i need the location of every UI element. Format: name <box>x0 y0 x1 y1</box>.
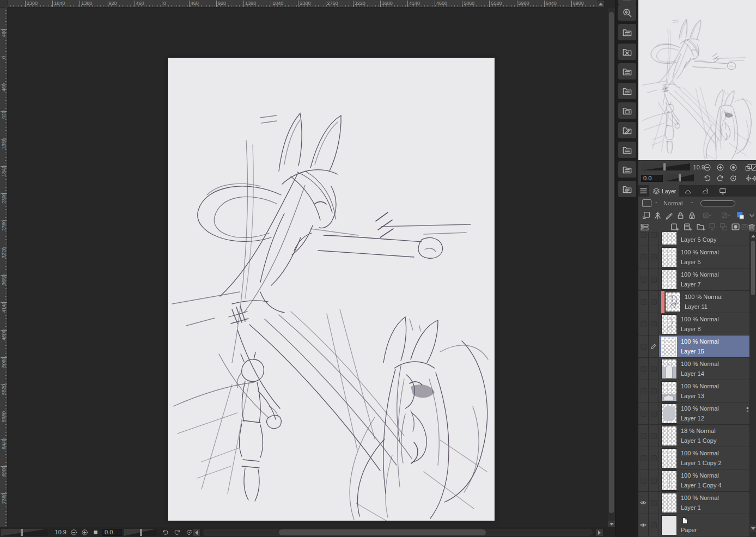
zoom-out-button[interactable] <box>702 163 712 172</box>
layer-edit-cell[interactable] <box>649 380 659 402</box>
layer-thumbnail[interactable] <box>661 359 677 379</box>
canvas-scroll-left-button[interactable] <box>193 529 200 536</box>
lock-pen[interactable] <box>664 211 674 220</box>
visibility-toggle-box[interactable] <box>641 478 647 484</box>
layer-row-body[interactable]: 100 % NormalLayer 12 <box>659 402 756 424</box>
layer-row-body[interactable]: 100 % NormalLayer 5 <box>659 246 756 268</box>
transfer-to-lower-layer[interactable] <box>708 222 717 231</box>
layer-row-body[interactable]: 100 % NormalLayer 15 <box>659 335 756 357</box>
material-palette-image[interactable] <box>618 102 636 119</box>
edit-toggle-box[interactable] <box>651 455 657 461</box>
layer-row-body[interactable]: 18 % NormalLayer 1 Copy <box>659 425 756 447</box>
layer-row[interactable]: 100 % NormalLayer 14 <box>638 358 756 380</box>
status-zoom-out-button[interactable] <box>69 528 78 536</box>
layer-color-chip[interactable] <box>736 211 745 220</box>
lock-layer[interactable] <box>676 211 685 220</box>
layer-row-body[interactable]: Paper <box>659 514 756 536</box>
layer-edit-cell[interactable] <box>649 447 659 469</box>
zoom-slider-thumb[interactable] <box>663 163 666 170</box>
layer-thumbnail[interactable] <box>661 448 677 468</box>
visibility-toggle-box[interactable] <box>641 277 647 283</box>
layer-edit-cell[interactable] <box>649 246 659 268</box>
layer-row-body[interactable]: 100 % NormalLayer 1 <box>659 492 756 514</box>
visibility-toggle-box[interactable] <box>641 344 647 350</box>
blend-mode-dropdown[interactable]: Normal <box>663 198 699 208</box>
flip-vertical-button[interactable] <box>749 174 756 183</box>
actual-size-button[interactable] <box>728 163 739 172</box>
tab-layer-property[interactable] <box>681 185 695 197</box>
status-rotate-left-button[interactable] <box>160 528 170 536</box>
layer-list-scrollbar[interactable] <box>749 232 756 537</box>
layer-thumbnail[interactable] <box>661 270 677 290</box>
material-palette-3[interactable] <box>618 83 636 99</box>
layer-row[interactable]: 100 % NormalLayer 12 <box>638 402 756 425</box>
canvas-vertical-scrollbar-thumb[interactable] <box>609 12 614 513</box>
canvas-scroll-up-button[interactable] <box>597 1 604 7</box>
layer-row[interactable]: 100 % NormalLayer 15 <box>638 335 756 358</box>
layer-thumbnail[interactable] <box>661 381 677 401</box>
rotation-slider-thumb[interactable] <box>140 529 142 536</box>
canvas-scroll-right-button[interactable] <box>596 529 603 536</box>
material-palette-5[interactable] <box>618 161 636 178</box>
zoom-palette-button[interactable] <box>618 4 636 21</box>
opacity-slider[interactable] <box>700 200 735 206</box>
canvas-viewport[interactable] <box>8 8 608 526</box>
layer-row[interactable]: 100 % NormalLayer 1 <box>638 492 756 514</box>
visibility-toggle-box[interactable] <box>641 433 647 439</box>
material-palette-edit[interactable] <box>618 122 636 138</box>
ruler-dropdown-2[interactable] <box>717 211 734 220</box>
layer-edit-cell[interactable] <box>649 268 659 290</box>
edit-toggle-box[interactable] <box>651 321 657 327</box>
layer-row[interactable]: 100 % NormalLayer 13 <box>638 380 756 402</box>
canvas-horizontal-scrollbar[interactable] <box>203 529 593 536</box>
edit-toggle-box[interactable] <box>651 388 657 394</box>
layer-row[interactable]: Paper <box>638 514 756 536</box>
create-layer-mask[interactable] <box>731 222 740 231</box>
visibility-toggle-box[interactable] <box>641 232 647 238</box>
palette-dock-partial[interactable] <box>618 0 636 4</box>
layer-thumbnail[interactable] <box>661 232 677 245</box>
layer-visibility-cell[interactable] <box>638 514 649 536</box>
layer-thumbnail[interactable] <box>661 404 677 424</box>
layer-edit-cell[interactable] <box>649 492 659 514</box>
layer-thumbnail[interactable] <box>661 426 677 446</box>
layer-row-body[interactable]: 100 % NormalLayer 14 <box>659 358 756 380</box>
edit-toggle-box[interactable] <box>651 500 657 506</box>
layer-row[interactable]: 100 % NormalLayer 1 Copy 2 <box>638 447 756 469</box>
layer-edit-cell[interactable] <box>649 232 659 246</box>
material-palette-2[interactable] <box>618 63 636 80</box>
visibility-toggle-box[interactable] <box>641 254 647 260</box>
reset-rotation-button[interactable] <box>728 174 739 183</box>
layer-row[interactable]: 18 % NormalLayer 1 Copy <box>638 425 756 447</box>
layer-thumbnail[interactable] <box>661 515 677 535</box>
layer-visibility-cell[interactable] <box>638 380 649 402</box>
new-tone-layer[interactable] <box>683 222 692 231</box>
layer-row[interactable]: 100 % NormalLayer 5 <box>638 246 756 268</box>
layer-edit-cell[interactable] <box>649 425 659 447</box>
layer-scroll-down-button[interactable] <box>750 525 756 532</box>
layer-row[interactable]: 100 % NormalLayer 7 <box>638 268 756 291</box>
rotate-right-button[interactable] <box>715 174 725 183</box>
edit-toggle-box[interactable] <box>651 522 657 528</box>
edit-toggle-box[interactable] <box>651 366 657 372</box>
edit-toggle-box[interactable] <box>651 478 657 484</box>
canvas-scroll-down-button[interactable] <box>608 521 615 527</box>
visibility-toggle-box[interactable] <box>641 388 647 394</box>
status-rotate-right-button[interactable] <box>172 528 182 536</box>
layer-edit-cell[interactable] <box>649 335 659 357</box>
canvas-vertical-scrollbar[interactable] <box>608 8 615 521</box>
material-palette-1[interactable] <box>618 24 636 40</box>
layer-row-body[interactable]: 100 % NormalLayer 11 <box>659 291 756 313</box>
status-zoom-in-button[interactable] <box>80 528 89 536</box>
layer-edit-cell[interactable] <box>649 402 659 424</box>
new-layer-folder[interactable] <box>696 222 705 231</box>
layer-edit-cell[interactable] <box>649 469 659 491</box>
visibility-toggle-box[interactable] <box>641 411 647 417</box>
layer-row[interactable]: 100 % NormalLayer 8 <box>638 313 756 335</box>
layer-visibility-cell[interactable] <box>638 402 649 424</box>
rotation-slider-thumb[interactable] <box>679 174 681 181</box>
edit-toggle-box[interactable] <box>651 277 657 283</box>
layer-edit-cell[interactable] <box>649 514 659 536</box>
edit-toggle-box[interactable] <box>651 433 657 439</box>
layer-scrollbar-thumb[interactable] <box>751 241 755 295</box>
